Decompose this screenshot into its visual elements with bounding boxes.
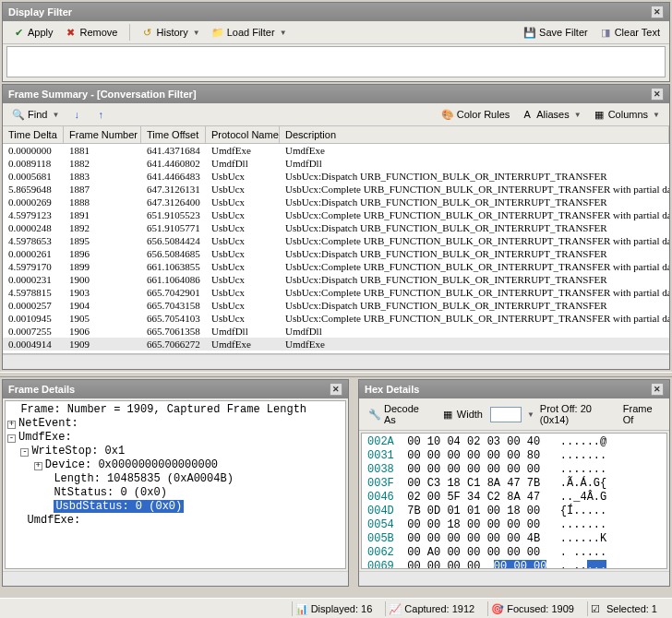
- hex-details-title: Hex Details: [365, 384, 419, 395]
- palette-icon: 🎨: [441, 108, 454, 121]
- table-row[interactable]: 0.00891181882641.4460802UmdfDllUmdfDll: [3, 157, 669, 170]
- hex-details-pane: Hex Details ✕ 🔧Decode As ▦Width ▼ Prot O…: [358, 379, 670, 587]
- status-focused: 🎯Focused: 1909: [487, 601, 585, 616]
- table-row[interactable]: 0.00002481892651.9105771UsbUcxUsbUcx:Dis…: [3, 221, 669, 234]
- hex-row[interactable]: 003F 00 C3 18 C1 8A 47 7B .Ã.Á.G{: [367, 477, 661, 491]
- decode-icon: 🔧: [368, 408, 381, 421]
- tree-device[interactable]: +Device: 0x0000000000000000: [7, 458, 343, 472]
- hex-row[interactable]: 0054 00 00 18 00 00 00 00 .......: [367, 518, 661, 532]
- tree-length[interactable]: Length: 10485835 (0xA0004B): [7, 472, 343, 486]
- find-button[interactable]: 🔍Find▼: [8, 106, 63, 123]
- frame-summary-header: Frame Summary - [Conversation Filter] ✕: [3, 85, 669, 103]
- collapse-icon[interactable]: -: [20, 448, 29, 457]
- grid-body[interactable]: 0.00000001881641.4371684UmdfExeUmdfExe0.…: [3, 144, 669, 354]
- tree-usbdstatus[interactable]: UsbdStatus: 0 (0x0): [7, 500, 343, 514]
- table-row[interactable]: 0.00002311900661.1064086UsbUcxUsbUcx:Dis…: [3, 273, 669, 286]
- apply-button[interactable]: ✔Apply: [8, 24, 57, 41]
- table-row[interactable]: 0.00049141909665.7066272UmdfExeUmdfExe: [3, 338, 669, 351]
- expand-icon[interactable]: +: [34, 462, 42, 470]
- width-input[interactable]: [490, 407, 522, 422]
- decode-as-button[interactable]: 🔧Decode As: [365, 401, 434, 427]
- width-icon: ▦: [441, 408, 454, 421]
- find-prev-button[interactable]: ↑: [90, 106, 111, 123]
- hex-row[interactable]: 0062 00 A0 00 00 00 00 00 . .....: [367, 546, 661, 560]
- filter-text-area[interactable]: [6, 46, 666, 77]
- hex-dump-area[interactable]: 002A 00 10 04 02 03 00 40 ......@0031 00…: [361, 433, 667, 569]
- close-icon[interactable]: ✕: [330, 383, 342, 396]
- tree-frame-line[interactable]: Frame: Number = 1909, Captured Frame Len…: [7, 403, 343, 417]
- close-icon[interactable]: ✕: [651, 383, 664, 396]
- table-row[interactable]: 4.59791701899661.1063855UsbUcxUsbUcx:Com…: [3, 260, 669, 273]
- hex-row[interactable]: 004D 7B 0D 01 01 00 18 00 {Í.....: [367, 505, 661, 518]
- table-row[interactable]: 0.00002571904665.7043158UsbUcxUsbUcx:Dis…: [3, 299, 669, 312]
- hex-row[interactable]: 0038 00 00 00 00 00 00 00 .......: [367, 463, 661, 477]
- collapse-icon[interactable]: -: [7, 434, 16, 443]
- aliases-button[interactable]: AAliases▼: [517, 106, 584, 123]
- columns-button[interactable]: ▦Columns▼: [589, 106, 664, 123]
- frame-summary-toolbar: 🔍Find▼ ↓ ↑ 🎨Color Rules AAliases▼ ▦Colum…: [3, 103, 669, 126]
- hex-row[interactable]: 0046 02 00 5F 34 C2 8A 47 .._4Â.G: [367, 491, 661, 505]
- frame-summary-pane: Frame Summary - [Conversation Filter] ✕ …: [2, 84, 670, 370]
- tree-ntstatus[interactable]: NtStatus: 0 (0x0): [7, 486, 343, 500]
- col-protocol-name[interactable]: Protocol Name: [206, 126, 280, 143]
- col-time-delta[interactable]: Time Delta: [3, 126, 64, 143]
- columns-icon: ▦: [593, 108, 606, 121]
- display-filter-title: Display Filter: [8, 6, 72, 18]
- chevron-down-icon[interactable]: ▼: [527, 410, 534, 419]
- load-filter-button[interactable]: 📁Load Filter▼: [208, 24, 291, 41]
- displayed-icon: 📊: [295, 603, 308, 616]
- find-next-button[interactable]: ↓: [66, 106, 87, 123]
- table-row[interactable]: 5.86596481887647.3126131UsbUcxUsbUcx:Com…: [3, 183, 669, 196]
- table-row[interactable]: 0.00072551906665.7061358UmdfDllUmdfDll: [3, 325, 669, 338]
- selected-node[interactable]: UsbdStatus: 0 (0x0): [54, 500, 184, 513]
- chevron-down-icon: ▼: [574, 111, 582, 119]
- remove-button[interactable]: ✖Remove: [61, 24, 122, 41]
- history-button[interactable]: ↺History▼: [138, 24, 204, 41]
- clear-text-button[interactable]: ◨Clear Text: [595, 24, 664, 41]
- tree-writestop[interactable]: -WriteStop: 0x1: [7, 445, 343, 458]
- hex-row[interactable]: 0031 00 00 00 00 00 00 80 .......: [367, 449, 661, 463]
- disk-icon: 💾: [523, 26, 536, 39]
- table-row[interactable]: 4.59791231891651.9105523UsbUcxUsbUcx:Com…: [3, 208, 669, 221]
- table-row[interactable]: 0.00002691888647.3126400UsbUcxUsbUcx:Dis…: [3, 196, 669, 208]
- selected-icon: ☑: [591, 603, 604, 616]
- arrow-down-icon: ↓: [70, 108, 83, 121]
- table-row[interactable]: 0.00056811883641.4466483UsbUcxUsbUcx:Dis…: [3, 170, 669, 183]
- grid-header: Time Delta Frame Number Time Offset Prot…: [3, 126, 669, 144]
- tree-netevent[interactable]: +NetEvent:: [7, 417, 343, 431]
- frame-details-tree[interactable]: Frame: Number = 1909, Captured Frame Len…: [5, 400, 346, 569]
- frame-details-header: Frame Details ✕: [3, 380, 348, 398]
- table-row[interactable]: 4.59788151903665.7042901UsbUcxUsbUcx:Com…: [3, 286, 669, 299]
- horizontal-scrollbar[interactable]: [359, 571, 669, 586]
- folder-icon: 📁: [211, 26, 224, 39]
- table-row[interactable]: 0.00002611896656.5084685UsbUcxUsbUcx:Dis…: [3, 247, 669, 260]
- frame-details-pane: Frame Details ✕ Frame: Number = 1909, Ca…: [2, 379, 349, 587]
- hex-row[interactable]: 0069 00 00 00 00 00 00 00 . .....: [367, 560, 661, 569]
- horizontal-scrollbar[interactable]: [3, 571, 348, 586]
- col-description[interactable]: Description: [280, 126, 669, 143]
- col-frame-number[interactable]: Frame Number: [64, 126, 141, 143]
- hex-row[interactable]: 005B 00 00 00 00 00 00 4B ......K: [367, 532, 661, 546]
- display-filter-pane: Display Filter ✕ ✔Apply ✖Remove ↺History…: [2, 2, 670, 82]
- expand-icon[interactable]: +: [7, 421, 16, 429]
- alias-icon: A: [521, 108, 534, 121]
- table-row[interactable]: 0.00000001881641.4371684UmdfExeUmdfExe: [3, 144, 669, 157]
- x-icon: ✖: [65, 26, 78, 39]
- frame-summary-title: Frame Summary - [Conversation Filter]: [8, 89, 197, 100]
- table-row[interactable]: 0.00109451905665.7054103UsbUcxUsbUcx:Com…: [3, 312, 669, 325]
- vertical-splitter[interactable]: [351, 377, 356, 588]
- hex-row[interactable]: 002A 00 10 04 02 03 00 40 ......@: [367, 435, 661, 449]
- tree-umdfexe2[interactable]: UmdfExe:: [7, 514, 343, 528]
- chevron-down-icon: ▼: [193, 29, 200, 37]
- tree-umdfexe[interactable]: -UmdfExe:: [7, 431, 343, 445]
- history-icon: ↺: [141, 26, 154, 39]
- close-icon[interactable]: ✕: [651, 88, 664, 101]
- horizontal-scrollbar[interactable]: [3, 354, 669, 369]
- status-selected: ☑Selected: 1: [587, 601, 668, 616]
- table-row[interactable]: 4.59786531895656.5084424UsbUcxUsbUcx:Com…: [3, 234, 669, 247]
- save-filter-button[interactable]: 💾Save Filter: [520, 24, 592, 41]
- col-time-offset[interactable]: Time Offset: [141, 126, 206, 143]
- color-rules-button[interactable]: 🎨Color Rules: [438, 106, 513, 123]
- close-icon[interactable]: ✕: [651, 6, 664, 18]
- erase-icon: ◨: [599, 26, 612, 39]
